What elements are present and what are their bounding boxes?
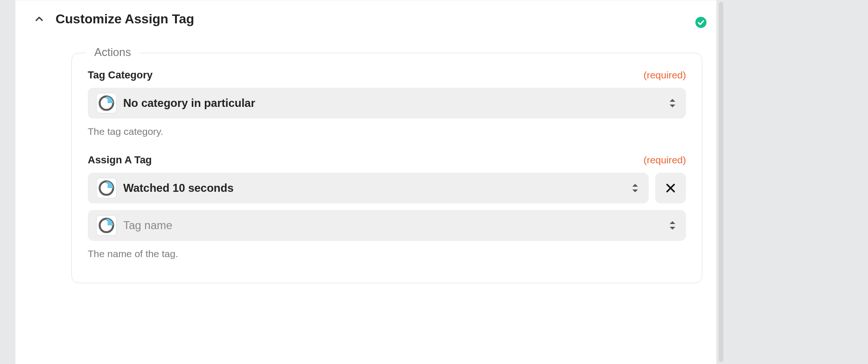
field-header: Assign A Tag (required) <box>88 154 686 166</box>
field-helper: The tag category. <box>88 126 686 137</box>
collapse-toggle[interactable] <box>32 12 46 26</box>
section-header: Customize Assign Tag <box>15 12 716 27</box>
chevron-up-icon <box>34 14 44 24</box>
assign-tag-add-select[interactable]: Tag name <box>88 210 686 241</box>
updown-caret-icon <box>667 220 678 231</box>
section-title: Customize Assign Tag <box>56 12 194 27</box>
assign-tag-select[interactable]: Watched 10 seconds <box>88 173 649 203</box>
field-assign-tag: Assign A Tag (required) Watched 10 secon… <box>88 154 686 259</box>
field-helper: The name of the tag. <box>88 248 686 259</box>
svg-marker-4 <box>670 105 675 107</box>
svg-marker-14 <box>670 227 675 230</box>
clear-tag-button[interactable] <box>655 173 686 203</box>
svg-rect-6 <box>105 184 107 193</box>
select-value: Watched 10 seconds <box>123 182 630 195</box>
svg-marker-8 <box>632 189 638 192</box>
svg-marker-3 <box>670 99 675 102</box>
app-logo-icon <box>96 178 117 198</box>
svg-rect-12 <box>105 221 107 230</box>
close-icon <box>665 182 677 194</box>
status-complete-icon <box>695 16 707 28</box>
customize-panel: Customize Assign Tag Actions Tag Categor… <box>15 0 717 364</box>
field-tag-category: Tag Category (required) No category in p… <box>88 69 686 137</box>
svg-point-0 <box>695 17 707 28</box>
app-logo-icon <box>96 93 117 113</box>
vertical-scrollbar[interactable] <box>719 2 723 362</box>
field-label: Tag Category <box>88 69 153 81</box>
svg-rect-2 <box>105 99 107 108</box>
updown-caret-icon <box>630 183 640 193</box>
field-header: Tag Category (required) <box>88 69 686 81</box>
app-logo-icon <box>96 215 117 236</box>
actions-fieldset: Actions Tag Category (required) No categ <box>71 53 702 283</box>
select-value: No category in particular <box>123 97 667 110</box>
svg-marker-7 <box>632 184 638 187</box>
required-badge: (required) <box>644 70 686 81</box>
tag-category-select[interactable]: No category in particular <box>88 88 686 119</box>
field-label: Assign A Tag <box>88 154 152 166</box>
select-placeholder: Tag name <box>123 219 667 232</box>
updown-caret-icon <box>667 98 678 108</box>
svg-marker-13 <box>670 221 675 224</box>
fieldset-legend: Actions <box>86 46 140 59</box>
required-badge: (required) <box>644 154 686 166</box>
